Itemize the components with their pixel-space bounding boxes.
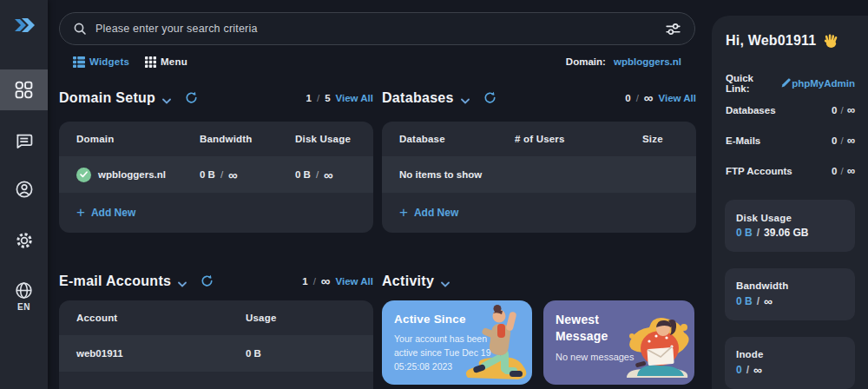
usage-used[interactable]: 0 B (736, 295, 753, 307)
current-domain: Domain: wpbloggers.nl (566, 56, 681, 67)
usage-used[interactable]: 0 (736, 364, 742, 376)
app-logo[interactable] (10, 10, 39, 40)
menu-button[interactable]: Menu (145, 56, 187, 68)
active-since-card[interactable]: Active Since Your account has been activ… (382, 300, 532, 385)
databases-header: Databases 0 / ∞ View All (382, 88, 696, 109)
email-usage-cell: 0 B (246, 348, 356, 359)
usage-limit: ∞ (753, 363, 762, 377)
refresh-icon[interactable] (483, 91, 496, 108)
table-row[interactable]: wpbloggers.nl 0 B / ∞ 0 B / ∞ (59, 156, 373, 193)
stat-limit: ∞ (847, 134, 855, 147)
stat-separator: / (841, 105, 844, 115)
stat-ftp-accounts: FTP Accounts 0 / ∞ (726, 164, 855, 177)
add-new-label: Add New (91, 207, 135, 219)
toolbar: Widgets Menu Domain: wpbloggers.nl (59, 53, 695, 70)
reading-message-illustration (611, 305, 694, 385)
domain-setup-counter: 1 / 5 View All (306, 93, 373, 103)
col-bandwidth: Bandwidth (200, 134, 295, 144)
count-value: 0 (625, 93, 630, 103)
email-accounts-counter: 1 / ∞ View All (302, 276, 373, 287)
edit-pencil-icon[interactable] (780, 77, 792, 90)
refresh-icon[interactable] (185, 91, 198, 108)
check-circle-icon (76, 168, 91, 182)
sliders-icon (665, 22, 681, 36)
table-row[interactable]: web01911 0 B (59, 335, 373, 372)
search-filter-button[interactable] (665, 22, 681, 36)
user-icon (15, 180, 34, 199)
widgets-button[interactable]: Widgets (73, 56, 129, 68)
count-value: 1 (302, 276, 307, 287)
sidebar-item-settings[interactable] (0, 220, 48, 261)
domain-label: Domain: (566, 56, 606, 67)
greeting: Hi, Web01911 (726, 33, 838, 49)
sidebar: EN (0, 0, 48, 389)
usage-limit: 39.06 GB (764, 227, 808, 239)
chat-icon (15, 132, 33, 150)
domain-add-new-button[interactable]: + Add New (59, 193, 373, 233)
stat-used: 0 (832, 135, 837, 146)
domain-table-header: Domain Bandwidth Disk Usage (59, 122, 373, 156)
usage-separator: / (757, 227, 760, 239)
stat-label: E-Mails (726, 135, 760, 146)
count-value: 1 (306, 93, 312, 103)
col-database: Database (399, 134, 515, 144)
chevron-down-icon[interactable] (461, 92, 470, 108)
databases-title: Databases (382, 90, 454, 106)
globe-icon (15, 281, 33, 300)
email-accounts-view-all-link[interactable]: View All (336, 276, 373, 287)
language-code-label: EN (0, 302, 48, 312)
usage-card-title: Inode (736, 349, 844, 359)
search-input[interactable] (95, 23, 665, 35)
sidebar-item-messages[interactable] (0, 120, 48, 162)
refresh-icon[interactable] (201, 274, 214, 291)
domain-setup-title: Domain Setup (59, 90, 155, 106)
count-separator: / (636, 93, 639, 103)
col-users: # of Users (515, 134, 642, 144)
add-new-label: Add New (414, 207, 458, 219)
domain-setup-view-all-link[interactable]: View All (336, 93, 373, 103)
waving-hand-icon (823, 33, 838, 49)
chevron-down-icon[interactable] (441, 275, 450, 291)
email-table-header: Account Usage (59, 300, 373, 335)
newest-message-card[interactable]: Newest Message No new messages (543, 300, 694, 385)
running-person-illustration (456, 305, 532, 385)
usage-separator: / (746, 364, 749, 376)
limit-value: 5 (325, 93, 330, 103)
usage-used[interactable]: 0 B (736, 227, 753, 239)
stat-databases: Databases 0 / ∞ (726, 103, 855, 116)
gear-icon (15, 231, 34, 250)
sidebar-item-account[interactable] (0, 168, 48, 210)
inode-card: Inode 0 / ∞ (725, 337, 855, 389)
activity-header: Activity (382, 271, 696, 292)
databases-view-all-link[interactable]: View All (659, 93, 696, 103)
quick-link-row: Quick Link: phpMyAdmin (726, 73, 855, 94)
plus-icon: + (399, 207, 408, 219)
stat-emails: E-Mails 0 / ∞ (726, 134, 855, 147)
stat-separator: / (841, 135, 844, 146)
bandwidth-card: Bandwidth 0 B / ∞ (725, 268, 855, 320)
stat-label: Databases (726, 105, 776, 115)
stat-used: 0 (832, 166, 837, 176)
stat-limit: ∞ (847, 103, 855, 116)
email-accounts-title: E-mail Accounts (59, 274, 171, 289)
account-summary-panel: Hi, Web01911 Quick Link: phpMyAdmin Dat (712, 16, 868, 389)
databases-card: Database # of Users Size No items to sho… (382, 122, 696, 233)
col-size: Size (642, 134, 679, 144)
col-account: Account (76, 313, 246, 323)
sidebar-item-dashboard[interactable] (0, 69, 48, 110)
limit-value: ∞ (321, 277, 331, 286)
quick-link-label: Quick Link: (726, 73, 774, 94)
menu-label: Menu (161, 56, 187, 67)
stat-label: FTP Accounts (726, 166, 792, 176)
stat-separator: / (841, 166, 844, 176)
plus-icon: + (76, 207, 85, 219)
bandwidth-cell: 0 B / ∞ (200, 168, 295, 182)
stat-used: 0 (832, 105, 837, 115)
domain-value-link[interactable]: wpbloggers.nl (614, 56, 681, 67)
menu-grid-icon (145, 56, 156, 68)
databases-counter: 0 / ∞ View All (625, 93, 696, 103)
chevron-down-icon[interactable] (162, 92, 171, 108)
database-add-new-button[interactable]: + Add New (382, 193, 696, 233)
chevron-down-icon[interactable] (178, 275, 187, 291)
quick-link-phpmyadmin[interactable]: phpMyAdmin (792, 78, 855, 89)
